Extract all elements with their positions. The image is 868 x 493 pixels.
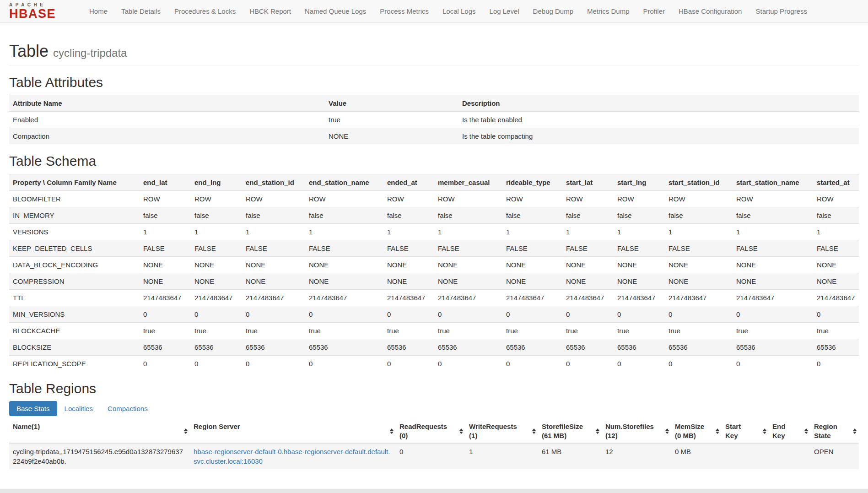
schema-property-value: true bbox=[434, 322, 502, 339]
nav-item-named-queue-logs[interactable]: Named Queue Logs bbox=[298, 0, 373, 23]
schema-property-value: NONE bbox=[242, 256, 305, 273]
schema-heading: Table Schema bbox=[9, 153, 859, 169]
sort-icon[interactable] bbox=[532, 428, 536, 434]
regions-col-header-storefilesize[interactable]: StorefileSize (61 MB) bbox=[538, 420, 602, 443]
schema-property-value: FALSE bbox=[502, 240, 562, 256]
regions-col-header-end[interactable]: End Key bbox=[769, 420, 810, 443]
schema-property-value: 65536 bbox=[305, 339, 383, 355]
attributes-col-header-attribute-name: Attribute Name bbox=[9, 95, 325, 112]
tab-base-stats[interactable]: Base Stats bbox=[9, 401, 57, 416]
schema-property-value: 0 bbox=[665, 306, 733, 322]
schema-property-value: 0 bbox=[191, 355, 242, 372]
schema-property-name: IN_MEMORY bbox=[9, 207, 140, 223]
sort-icon[interactable] bbox=[763, 428, 766, 434]
schema-col-header-end-lng: end_lng bbox=[191, 174, 242, 190]
sort-up-arrow bbox=[665, 428, 669, 431]
sort-icon[interactable] bbox=[804, 428, 808, 434]
schema-property-value: false bbox=[434, 207, 502, 223]
regions-col-header-start[interactable]: Start Key bbox=[722, 420, 769, 443]
nav-item-process-metrics[interactable]: Process Metrics bbox=[373, 0, 436, 23]
nav-item-local-logs[interactable]: Local Logs bbox=[436, 0, 483, 23]
schema-property-value: 1 bbox=[305, 223, 383, 240]
regions-col-label: Region State bbox=[814, 423, 837, 439]
schema-property-value: 2147483647 bbox=[305, 289, 383, 306]
horizontal-scrollbar[interactable] bbox=[0, 489, 868, 493]
sort-icon[interactable] bbox=[716, 428, 719, 434]
nav-item-home[interactable]: Home bbox=[82, 0, 114, 23]
nav-item-hbck-report[interactable]: HBCK Report bbox=[243, 0, 298, 23]
nav-item-table-details[interactable]: Table Details bbox=[114, 0, 167, 23]
schema-row-versions: VERSIONS111111111111 bbox=[9, 223, 859, 240]
table-regions: Name(1)Region ServerReadRequests (0)Writ… bbox=[9, 420, 859, 469]
schema-property-value: 1 bbox=[383, 223, 434, 240]
schema-property-value: ROW bbox=[242, 190, 305, 207]
hbase-logo[interactable]: APACHE HBASE bbox=[4, 1, 61, 21]
schema-property-value: 65536 bbox=[562, 339, 614, 355]
regions-col-header-num-storefiles[interactable]: Num.Storefiles (12) bbox=[602, 420, 671, 443]
schema-property-value: 2147483647 bbox=[434, 289, 502, 306]
attribute-name: Compaction bbox=[9, 128, 325, 145]
schema-property-value: 0 bbox=[434, 355, 502, 372]
schema-col-header-start-station-id: start_station_id bbox=[665, 174, 733, 190]
schema-property-value: ROW bbox=[813, 190, 859, 207]
regions-col-header-writerequests[interactable]: WriteRequests (1) bbox=[465, 420, 538, 443]
schema-property-value: NONE bbox=[562, 256, 614, 273]
sort-icon[interactable] bbox=[459, 428, 463, 434]
tab-compactions[interactable]: Compactions bbox=[100, 401, 155, 416]
schema-property-value: 0 bbox=[191, 306, 242, 322]
schema-property-value: 0 bbox=[140, 306, 191, 322]
regions-col-label: WriteRequests (1) bbox=[469, 423, 517, 439]
schema-property-value: 65536 bbox=[733, 339, 813, 355]
schema-property-value: 65536 bbox=[665, 339, 733, 355]
sort-down-arrow bbox=[532, 432, 536, 434]
regions-col-header-region-server[interactable]: Region Server bbox=[190, 420, 396, 443]
schema-col-header-end-lat: end_lat bbox=[140, 174, 191, 190]
schema-property-value: FALSE bbox=[305, 240, 383, 256]
regions-col-header-readrequests[interactable]: ReadRequests (0) bbox=[396, 420, 465, 443]
schema-property-name: DATA_BLOCK_ENCODING bbox=[9, 256, 140, 273]
attributes-header-row: Attribute NameValueDescription bbox=[9, 95, 859, 112]
nav-item-procedures-locks[interactable]: Procedures & Locks bbox=[167, 0, 243, 23]
sort-icon[interactable] bbox=[665, 428, 669, 434]
sort-up-arrow bbox=[853, 428, 857, 431]
schema-col-header-property: Property \ Column Family Name bbox=[9, 174, 140, 190]
sort-icon[interactable] bbox=[184, 428, 188, 434]
schema-property-value: FALSE bbox=[242, 240, 305, 256]
attribute-row-compaction: CompactionNONEIs the table compacting bbox=[9, 128, 859, 145]
nav-item-metrics-dump[interactable]: Metrics Dump bbox=[580, 0, 636, 23]
regions-col-header-name-1[interactable]: Name(1) bbox=[9, 420, 190, 443]
schema-col-header-ended-at: ended_at bbox=[383, 174, 434, 190]
schema-property-value: NONE bbox=[434, 256, 502, 273]
nav-item-debug-dump[interactable]: Debug Dump bbox=[526, 0, 580, 23]
schema-property-value: NONE bbox=[140, 256, 191, 273]
sort-icon[interactable] bbox=[596, 428, 599, 434]
sort-icon[interactable] bbox=[390, 428, 394, 434]
nav-item-log-level[interactable]: Log Level bbox=[483, 0, 526, 23]
tab-localities[interactable]: Localities bbox=[57, 401, 101, 416]
schema-row-bloomfilter: BLOOMFILTERROWROWROWROWROWROWROWROWROWRO… bbox=[9, 190, 859, 207]
attribute-description: Is the table enabled bbox=[458, 112, 859, 128]
nav-item-startup-progress[interactable]: Startup Progress bbox=[749, 0, 814, 23]
schema-property-value: 1 bbox=[665, 223, 733, 240]
regions-col-header-memsize[interactable]: MemSize (0 MB) bbox=[671, 420, 722, 443]
schema-property-value: 1 bbox=[140, 223, 191, 240]
regions-col-header-region[interactable]: Region State bbox=[810, 420, 859, 443]
regions-col-label: Num.Storefiles (12) bbox=[605, 423, 654, 439]
schema-property-value: 1 bbox=[813, 223, 859, 240]
schema-property-value: 0 bbox=[614, 355, 665, 372]
sort-icon[interactable] bbox=[853, 428, 857, 434]
schema-property-value: NONE bbox=[305, 256, 383, 273]
page-title: Tablecycling-tripdata bbox=[9, 42, 859, 60]
schema-row-ttl: TTL2147483647214748364721474836472147483… bbox=[9, 289, 859, 306]
region-server-link[interactable]: hbase-regionserver-default-0.hbase-regio… bbox=[194, 448, 390, 465]
page-title-text: Table bbox=[9, 42, 49, 60]
nav-item-hbase-configuration[interactable]: HBase Configuration bbox=[672, 0, 749, 23]
schema-property-value: 1 bbox=[242, 223, 305, 240]
nav-item-profiler[interactable]: Profiler bbox=[636, 0, 672, 23]
sort-up-arrow bbox=[763, 428, 766, 431]
schema-property-name: BLOOMFILTER bbox=[9, 190, 140, 207]
sort-down-arrow bbox=[390, 432, 394, 434]
regions-header-row: Name(1)Region ServerReadRequests (0)Writ… bbox=[9, 420, 859, 443]
schema-property-value: 0 bbox=[502, 306, 562, 322]
schema-row-blockcache: BLOCKCACHEtruetruetruetruetruetruetruetr… bbox=[9, 322, 859, 339]
